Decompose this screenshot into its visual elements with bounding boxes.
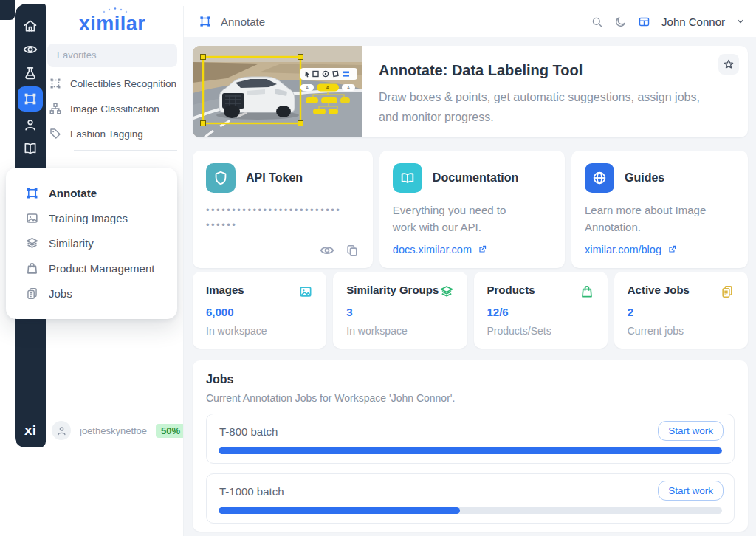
- bag-icon: [580, 284, 594, 299]
- moon-icon[interactable]: [614, 16, 627, 28]
- external-link-icon: [667, 244, 677, 254]
- hero-title: Annotate: Data Labeling Tool: [379, 62, 704, 79]
- favorite-star-button[interactable]: [718, 54, 739, 75]
- page-title: Annotate: [221, 16, 265, 28]
- avatar: [52, 421, 71, 440]
- guides-card: Guides Learn more about Image Annotation…: [571, 151, 748, 268]
- stat-value: 6,000: [206, 306, 313, 318]
- hero-subtitle: Draw boxes & points, get automatic sugge…: [379, 87, 704, 127]
- documentation-card: Documentation Everything you need to wor…: [379, 151, 565, 268]
- stat-value: 3: [346, 306, 453, 318]
- job-name: T-800 batch: [219, 425, 278, 438]
- guides-link[interactable]: ximilar.com/blog: [585, 244, 735, 255]
- layers-icon: [25, 236, 39, 250]
- app-window: xi ximilar Favorites Collectibles Recogn…: [0, 0, 756, 542]
- card-title: API Token: [246, 171, 303, 185]
- card-title: Guides: [625, 171, 664, 185]
- card-body: Everything you need to work with our API…: [393, 202, 529, 236]
- chevron-down-icon[interactable]: [736, 17, 745, 26]
- masked-api-token: •••••••••••••••••••••••••• ••••••: [206, 203, 360, 232]
- menu-item-similarity[interactable]: Similarity: [25, 230, 177, 255]
- user-menu[interactable]: John Connor: [662, 16, 725, 28]
- svg-text:A: A: [306, 86, 309, 90]
- username: joetheskynetfoe: [80, 425, 147, 436]
- active-jobs-stat-card: Active Jobs 2 Current jobs: [614, 272, 748, 349]
- stat-caption: Current jobs: [628, 325, 735, 337]
- star-icon: [723, 58, 735, 70]
- info-cards-row: API Token •••••••••••••••••••••••••• •••…: [193, 151, 748, 257]
- ximilar-logo: ximilar: [47, 13, 177, 35]
- topbar: Annotate John Connor: [184, 6, 756, 37]
- home-icon[interactable]: [18, 14, 42, 38]
- stat-caption: Products/Sets: [487, 325, 594, 337]
- flask-icon[interactable]: [18, 61, 42, 85]
- sidebar-divider: [74, 150, 177, 151]
- menu-item-jobs[interactable]: Jobs: [25, 281, 177, 306]
- jobs-subtitle: Current Annotation Jobs for Workspace 'J…: [206, 392, 735, 404]
- eye-icon[interactable]: [18, 38, 42, 61]
- menu-item-product-management[interactable]: Product Management: [25, 255, 177, 281]
- jobs-title: Jobs: [206, 373, 735, 386]
- svg-text:A: A: [347, 86, 350, 90]
- annotate-icon[interactable]: [18, 86, 43, 112]
- book-icon[interactable]: [18, 137, 42, 160]
- shield-icon: [206, 163, 236, 193]
- window-corner-fragment: [0, 0, 15, 20]
- annotation-preview-image: A A A: [193, 46, 362, 137]
- search-icon[interactable]: [591, 16, 603, 28]
- api-token-card: API Token •••••••••••••••••••••••••• •••…: [193, 151, 373, 268]
- copy-icon[interactable]: [345, 243, 360, 258]
- main-content: Annotate John Connor: [183, 6, 756, 536]
- stats-row: Images 6,000 In workspace Similarity Gro…: [193, 272, 748, 347]
- svg-text:A: A: [326, 85, 330, 90]
- documentation-link[interactable]: docs.ximilar.com: [393, 244, 551, 255]
- tag-icon: [49, 127, 62, 140]
- favorite-fashion-tagging[interactable]: Fashion Tagging: [49, 124, 182, 143]
- stat-value: 12/6: [487, 306, 594, 318]
- workspace-user-row[interactable]: joetheskynetfoe 50%: [52, 421, 185, 440]
- annotate-icon: [199, 15, 212, 28]
- favorite-collectibles-recognition[interactable]: Collectibles Recognition: [49, 74, 182, 93]
- card-title: Documentation: [433, 171, 518, 185]
- job-row-t800: T-800 batch Start work: [206, 414, 735, 464]
- clipboard-icon: [25, 287, 39, 301]
- favorites-label: Favorites: [47, 44, 177, 67]
- progress-fill: [219, 447, 722, 454]
- progress-bar: [219, 447, 722, 454]
- stat-caption: In workspace: [206, 325, 313, 337]
- job-row-t1000: T-1000 batch Start work: [206, 473, 735, 524]
- start-work-button[interactable]: Start work: [658, 421, 724, 441]
- logo-dots-decoration: [102, 7, 128, 13]
- workspace-card-icon[interactable]: [638, 16, 650, 28]
- annotate-popup-menu: Annotate Training Images Similarity Prod…: [6, 168, 177, 319]
- stat-caption: In workspace: [346, 325, 453, 337]
- annotate-icon: [25, 186, 39, 200]
- start-work-button[interactable]: Start work: [658, 481, 724, 501]
- job-name: T-1000 batch: [219, 485, 284, 498]
- image-icon: [25, 211, 39, 225]
- person-icon: [56, 425, 67, 436]
- external-link-icon: [478, 244, 487, 254]
- person-icon[interactable]: [18, 113, 42, 137]
- images-stat-card: Images 6,000 In workspace: [193, 272, 326, 349]
- card-body: Learn more about Image Annotation.: [585, 202, 721, 236]
- jobs-card: Jobs Current Annotation Jobs for Workspa…: [193, 360, 748, 532]
- progress-bar: [219, 507, 722, 514]
- hero-card: A A A Annotate: Data Labeling Tool: [193, 46, 748, 137]
- image-icon: [298, 284, 313, 299]
- eye-icon[interactable]: [320, 243, 334, 258]
- annotation-toolbar: [300, 68, 357, 80]
- annotate-icon: [49, 77, 62, 90]
- menu-item-training-images[interactable]: Training Images: [25, 205, 177, 230]
- products-stat-card: Products 12/6 Products/Sets: [474, 272, 608, 349]
- hierarchy-icon: [49, 102, 62, 115]
- credit-badge: 50%: [156, 424, 185, 438]
- xi-logo-badge: xi: [15, 422, 46, 439]
- globe-icon: [585, 163, 614, 193]
- similarity-groups-stat-card: Similarity Groups 3 In workspace: [333, 272, 467, 349]
- stat-value: 2: [628, 306, 735, 318]
- menu-item-annotate[interactable]: Annotate: [25, 180, 177, 205]
- favorite-image-classification[interactable]: Image Classification: [49, 99, 182, 118]
- open-book-icon: [393, 163, 422, 193]
- layers-icon: [439, 284, 454, 299]
